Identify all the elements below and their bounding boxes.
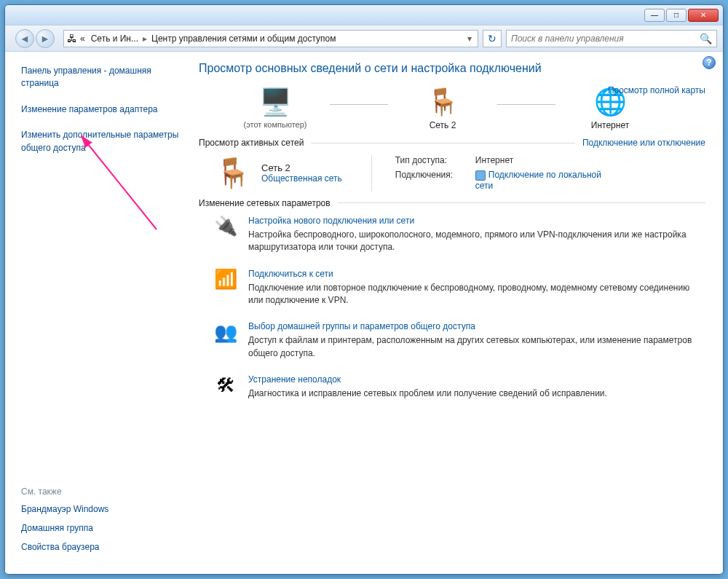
access-type-value: Интернет bbox=[475, 155, 606, 165]
change-settings-label: Изменение сетевых параметров bbox=[199, 198, 331, 208]
active-network-row: 🪑 Сеть 2 Общественная сеть Тип доступа: … bbox=[215, 155, 705, 191]
search-box[interactable]: 🔍 bbox=[506, 30, 717, 47]
task-setup-connection-link[interactable]: Настройка нового подключения или сети bbox=[248, 216, 705, 226]
content: Панель управления - домашняя страница Из… bbox=[5, 52, 723, 574]
public-network-icon: 🪑 bbox=[215, 156, 251, 190]
computer-icon: 🖥️ bbox=[228, 85, 323, 119]
task-connect-network-desc: Подключение или повторное подключение к … bbox=[248, 282, 705, 307]
connection-link[interactable]: Подключение по локальной сети bbox=[475, 170, 606, 191]
chevron-right-icon: ▸ bbox=[141, 34, 149, 44]
view-full-map-link[interactable]: Просмотр полной карты bbox=[608, 85, 705, 95]
task-troubleshoot-desc: Диагностика и исправление сетевых пробле… bbox=[248, 387, 705, 400]
address-bar: ◄ ► 🖧 « Сеть и Ин... ▸ Центр управления … bbox=[5, 25, 723, 52]
help-icon[interactable]: ? bbox=[703, 56, 716, 69]
active-networks-header: Просмотр активных сетей Подключение или … bbox=[199, 138, 705, 148]
active-network-name: Сеть 2 bbox=[261, 162, 342, 173]
sidebar-sharing-settings-link[interactable]: Изменить дополнительные параметры общего… bbox=[21, 129, 186, 154]
bench-icon: 🪑 bbox=[395, 85, 490, 119]
crumb-prefix: « bbox=[77, 34, 88, 44]
network-map: Просмотр полной карты 🖥️ (этот компьютер… bbox=[199, 85, 705, 130]
task-connect-network-link[interactable]: Подключиться к сети bbox=[248, 269, 705, 279]
nav-forward-button[interactable]: ► bbox=[36, 29, 55, 48]
internet-label: Интернет bbox=[563, 120, 657, 130]
close-button[interactable]: ✕ bbox=[688, 9, 719, 22]
refresh-button[interactable]: ↻ bbox=[483, 30, 502, 47]
see-also-browser-props[interactable]: Свойства браузера bbox=[21, 542, 186, 552]
task-setup-connection: 🔌 Настройка нового подключения или сети … bbox=[213, 216, 705, 254]
page-title: Просмотр основных сведений о сети и наст… bbox=[199, 62, 705, 75]
troubleshoot-icon: 🛠 bbox=[213, 374, 238, 396]
sidebar-home-link[interactable]: Панель управления - домашняя страница bbox=[21, 65, 186, 90]
crumb-current[interactable]: Центр управления сетями и общим доступом bbox=[149, 34, 339, 44]
ethernet-icon bbox=[475, 170, 486, 181]
map-network: 🪑 Сеть 2 bbox=[395, 85, 490, 130]
minimize-button[interactable]: — bbox=[644, 9, 665, 22]
homegroup-icon: 👥 bbox=[213, 321, 238, 343]
maximize-button[interactable]: □ bbox=[666, 9, 687, 22]
sidebar: Панель управления - домашняя страница Из… bbox=[5, 52, 186, 574]
see-also-header: См. также bbox=[21, 487, 186, 497]
window: — □ ✕ ◄ ► 🖧 « Сеть и Ин... ▸ Центр управ… bbox=[4, 4, 724, 575]
see-also-firewall[interactable]: Брандмауэр Windows bbox=[21, 504, 186, 514]
network-name-label: Сеть 2 bbox=[395, 120, 490, 130]
nav-back-button[interactable]: ◄ bbox=[15, 29, 34, 48]
task-homegroup: 👥 Выбор домашней группы и параметров общ… bbox=[213, 321, 705, 360]
task-homegroup-link[interactable]: Выбор домашней группы и параметров общег… bbox=[248, 321, 705, 331]
sidebar-adapter-settings-link[interactable]: Изменение параметров адаптера bbox=[21, 103, 186, 116]
task-connect-network: 📶 Подключиться к сети Подключение или по… bbox=[213, 269, 705, 307]
main-panel: ? Просмотр основных сведений о сети и на… bbox=[186, 52, 723, 574]
task-troubleshoot-link[interactable]: Устранение неполадок bbox=[248, 374, 705, 385]
task-troubleshoot: 🛠 Устранение неполадок Диагностика и исп… bbox=[213, 374, 705, 400]
see-also-homegroup[interactable]: Домашняя группа bbox=[21, 523, 186, 533]
task-setup-connection-desc: Настройка беспроводного, широкополосного… bbox=[248, 229, 705, 254]
connect-disconnect-link[interactable]: Подключение или отключение bbox=[582, 138, 705, 148]
breadcrumb[interactable]: 🖧 « Сеть и Ин... ▸ Центр управления сетя… bbox=[63, 30, 478, 47]
network-icon: 🖧 bbox=[67, 33, 77, 44]
connect-network-icon: 📶 bbox=[213, 269, 238, 291]
search-input[interactable] bbox=[511, 34, 700, 44]
access-type-label: Тип доступа: bbox=[395, 155, 475, 165]
setup-connection-icon: 🔌 bbox=[213, 216, 238, 237]
breadcrumb-dropdown[interactable]: ▾ bbox=[464, 34, 475, 44]
crumb-network[interactable]: Сеть и Ин... bbox=[88, 34, 141, 44]
task-list: 🔌 Настройка нового подключения или сети … bbox=[213, 216, 705, 401]
search-icon[interactable]: 🔍 bbox=[700, 33, 712, 44]
active-networks-label: Просмотр активных сетей bbox=[199, 138, 304, 148]
map-this-computer: 🖥️ (этот компьютер) bbox=[228, 85, 323, 129]
computer-sub-label: (этот компьютер) bbox=[228, 120, 323, 129]
titlebar: — □ ✕ bbox=[5, 5, 723, 25]
active-network-type-link[interactable]: Общественная сеть bbox=[261, 173, 342, 184]
task-homegroup-desc: Доступ к файлам и принтерам, расположенн… bbox=[248, 334, 705, 360]
connections-label: Подключения: bbox=[395, 170, 475, 191]
change-settings-header: Изменение сетевых параметров bbox=[199, 198, 705, 208]
